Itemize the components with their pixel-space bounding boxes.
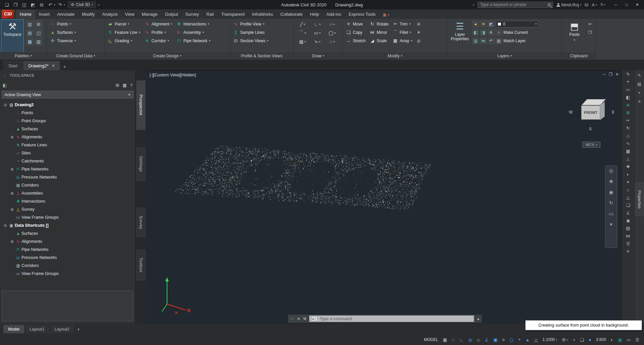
expander-icon[interactable]: ⊞ (9, 167, 15, 171)
expander-icon[interactable]: ⊟ (3, 223, 8, 228)
offset-icon[interactable]: ◎ (415, 37, 423, 45)
screen-toggle-icon[interactable]: ▣ (383, 12, 386, 17)
tree-item-alignments[interactable]: ⊞∿Alignments (0, 237, 135, 246)
command-customize-icon[interactable]: ⚒ (303, 317, 307, 321)
tab-help[interactable]: Help (306, 10, 323, 19)
tab-analyze[interactable]: Analyze (99, 10, 121, 19)
properties-palette-icon[interactable]: ▥ (26, 20, 34, 28)
selection-cycling-icon[interactable]: ▢ (507, 336, 516, 344)
triangle-tool-icon[interactable]: △ (627, 195, 630, 200)
layout-tab-layout1[interactable]: Layout1 (25, 325, 49, 333)
workspace-switcher[interactable]: ⚙ Civil 3D ▾ (68, 1, 96, 8)
layer-walk-icon[interactable]: ▥ (472, 38, 479, 44)
pan-icon[interactable]: ✥ (609, 179, 613, 185)
paste-button[interactable]: ⬒ Paste ▾ (564, 20, 585, 52)
elevation-value[interactable]: 3.500 (594, 336, 608, 344)
viewcube-front-face[interactable]: FRONT (581, 106, 600, 120)
panel-label-layers[interactable]: Layers▾ (447, 52, 562, 60)
tab-manage[interactable]: Manage (138, 10, 161, 19)
expander-icon[interactable]: ⊞ (9, 207, 15, 212)
tree-item-sites[interactable]: ▱Sites (0, 149, 135, 157)
home-tool-icon[interactable]: ⌂ (627, 187, 630, 192)
tab-output[interactable]: Output (161, 10, 182, 19)
cloud-status-icon[interactable]: ◍ (616, 336, 624, 344)
tree-item-view-frame-groups[interactable]: ▭View Frame Groups (0, 270, 135, 278)
lineweight-icon[interactable]: ≡ (500, 336, 507, 344)
diamond-tool-icon[interactable]: ◇ (627, 133, 630, 138)
network-tool-icon[interactable]: ⊞ (626, 110, 630, 115)
fillet-button[interactable]: ⌒Fillet▾ (391, 28, 414, 37)
expander-icon[interactable]: ⊞ (9, 135, 15, 139)
panel-label-create-design[interactable]: Create Design▾ (105, 52, 230, 60)
tree-item-alignments[interactable]: ⊞∿Alignments (0, 133, 135, 141)
alignment-button[interactable]: ∿Alignment▾ (143, 20, 174, 28)
tab-insert[interactable]: Insert (35, 10, 54, 19)
menu-tool-icon[interactable]: ☰ (626, 241, 630, 246)
scale-button[interactable]: ◢Scale (368, 37, 390, 45)
viewport-minimize-button[interactable]: ─ (603, 72, 606, 77)
parcel-button[interactable]: ▰Parcel▾ (106, 20, 142, 28)
section-views-button[interactable]: ⊟Section Views▾ (231, 37, 270, 45)
command-input[interactable]: ▸ ▾ Type a command (309, 316, 474, 322)
tree-item-points[interactable]: ∴Points (0, 109, 135, 117)
tree-item-pressure-networks[interactable]: ⊔Pressure Networks (0, 254, 135, 262)
toolspace-tab-survey[interactable]: Survey (136, 208, 146, 237)
mirror-button[interactable]: ⋈Mirror (368, 28, 390, 37)
search-expand-icon[interactable]: ▸ (473, 3, 474, 6)
help-icon[interactable]: ? (130, 83, 132, 88)
layer-properties-button[interactable]: ☰ Layer Properties (449, 20, 471, 52)
tab-modify[interactable]: Modify (78, 10, 98, 19)
snap-mode-icon[interactable]: ∷ (450, 336, 457, 344)
edit-strip-icon[interactable]: ✎ (638, 73, 641, 78)
plot-icon[interactable]: ⊟ (38, 1, 46, 8)
panorama-palette-icon[interactable]: ⊞ (35, 20, 43, 28)
survey-palette-icon[interactable]: ◫ (35, 29, 43, 37)
showmotion-icon[interactable]: ▭ (609, 211, 613, 217)
tree-item-pipe-networks[interactable]: ⊞⊓Pipe Networks (0, 165, 135, 173)
design-center-icon[interactable]: ▧ (35, 38, 43, 46)
workspace-switching-icon[interactable]: ⚙▾ (560, 336, 570, 344)
save-as-icon[interactable]: ◩ (29, 1, 37, 8)
grading-button[interactable]: ◺Grading▾ (106, 37, 142, 45)
isometric-drafting-icon[interactable]: ◇ (475, 336, 482, 344)
toolspace-display-icon[interactable]: ◧ (3, 83, 7, 88)
region-tool-icon[interactable]: ◧ (626, 95, 630, 99)
angle-tool-icon[interactable]: ∠ (626, 210, 630, 215)
undo-icon[interactable]: ↶ (46, 1, 54, 8)
tree-item-view-frame-groups[interactable]: ▭View Frame Groups (0, 213, 135, 221)
isolate-objects-icon[interactable]: ◐ (609, 336, 615, 344)
tree-item-point-groups[interactable]: ∷Point Groups (0, 117, 135, 125)
toolspace-tab-prospector[interactable]: Prospector (136, 80, 146, 130)
pipe-network-button[interactable]: ⊓Pipe Network▾ (175, 37, 212, 45)
copy-tool-icon[interactable]: ❏ (626, 203, 630, 207)
tool-palettes-icon[interactable]: ▤ (26, 29, 34, 37)
copy-clip-icon[interactable]: ❐ (586, 28, 594, 37)
new-file-icon[interactable]: ❏ (3, 1, 11, 8)
autoscale-icon[interactable]: △ (532, 336, 540, 344)
layout-tab-model[interactable]: Model (3, 325, 24, 333)
dynamic-input-icon[interactable]: ⌖ (516, 336, 523, 344)
tab-rail[interactable]: Rail (203, 10, 217, 19)
annotation-monitor-icon[interactable]: + (571, 336, 578, 344)
profile-view-button[interactable]: ∿Profile View▾ (231, 20, 270, 28)
annotation-visibility-icon[interactable]: ▲ (523, 336, 532, 344)
tab-add-ins[interactable]: Add-ins (323, 10, 345, 19)
model-space-toggle[interactable]: MODEL (422, 336, 440, 344)
wcs-selector[interactable]: WCS ▾ (582, 142, 600, 148)
annotation-scale[interactable]: 1:1000▾ (540, 336, 559, 344)
active-drawing-view-select[interactable]: Active Drawing View ▼ (2, 91, 133, 98)
contrast-tool-icon[interactable]: ◐ (627, 172, 630, 177)
clean-screen-icon[interactable]: ▭ (625, 336, 633, 344)
circle-button[interactable]: ○▾ (325, 20, 339, 28)
tab-annotate[interactable]: Annotate (53, 10, 78, 19)
tree-item-corridors[interactable]: ▦Corridors (0, 181, 135, 189)
layer-thaw-icon[interactable]: ☀ (480, 21, 487, 27)
autodesk-app-button[interactable]: A▾ (592, 2, 597, 7)
account-menu[interactable]: Nimit.Roj ▾ (556, 2, 581, 7)
tab-survey[interactable]: Survey (182, 10, 203, 19)
rectangle-tool-icon[interactable]: ▭ (626, 87, 630, 92)
customization-menu-icon[interactable]: ☰ (633, 336, 641, 344)
tree-item-feature-lines[interactable]: ↯Feature Lines (0, 141, 135, 149)
list-strip-icon[interactable]: ≡ (638, 99, 640, 104)
help-menu[interactable]: ?▾ (600, 2, 605, 7)
